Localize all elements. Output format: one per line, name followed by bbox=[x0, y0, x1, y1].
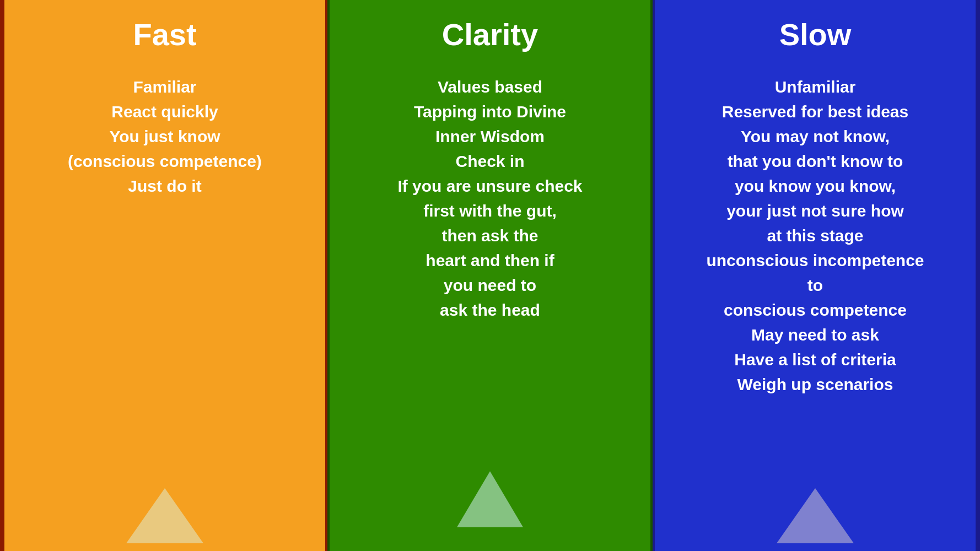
slow-line-10: conscious competence bbox=[724, 301, 907, 319]
slow-line-7: at this stage bbox=[767, 226, 863, 245]
clarity-line-3: Inner Wisdom bbox=[435, 127, 545, 145]
slow-line-4: that you don't know to bbox=[728, 152, 903, 170]
slow-line-9: to bbox=[807, 276, 823, 294]
fast-line-5: Just do it bbox=[128, 177, 201, 195]
clarity-column: Clarity Values based Tapping into Divine… bbox=[327, 0, 653, 551]
slow-line-1: Unfamiliar bbox=[775, 78, 856, 96]
clarity-line-5: If you are unsure check bbox=[397, 177, 582, 195]
svg-marker-0 bbox=[126, 488, 203, 543]
clarity-triangle-up bbox=[457, 466, 523, 534]
fast-column: Fast Familiar React quickly You just kno… bbox=[0, 0, 327, 551]
clarity-line-2: Tapping into Divine bbox=[414, 102, 566, 121]
slow-line-12: Have a list of criteria bbox=[734, 350, 896, 369]
slow-line-5: you know you know, bbox=[735, 177, 896, 195]
fast-content: Familiar React quickly You just know (co… bbox=[68, 74, 262, 198]
fast-bottom-arrow bbox=[126, 483, 203, 551]
fast-line-3: You just know bbox=[109, 127, 220, 145]
clarity-line-1: Values based bbox=[438, 78, 542, 96]
clarity-line-4: Check in bbox=[455, 152, 524, 170]
slow-bottom-arrow bbox=[777, 483, 854, 551]
clarity-line-6: first with the gut, bbox=[423, 202, 557, 220]
fast-title: Fast bbox=[133, 17, 196, 52]
main-container: Fast Familiar React quickly You just kno… bbox=[0, 0, 980, 551]
clarity-line-8: heart and then if bbox=[426, 251, 554, 269]
slow-line-11: May need to ask bbox=[751, 326, 879, 344]
clarity-line-7: then ask the bbox=[441, 226, 538, 245]
clarity-line-10: ask the head bbox=[440, 301, 540, 319]
clarity-content: Values based Tapping into Divine Inner W… bbox=[397, 74, 582, 322]
slow-column: Slow Unfamiliar Reserved for best ideas … bbox=[653, 0, 980, 551]
slow-line-2: Reserved for best ideas bbox=[722, 102, 908, 121]
svg-marker-1 bbox=[457, 471, 523, 527]
fast-line-4: (conscious competence) bbox=[68, 152, 262, 170]
clarity-title: Clarity bbox=[442, 17, 538, 52]
svg-marker-2 bbox=[777, 488, 854, 543]
slow-title: Slow bbox=[779, 17, 852, 52]
clarity-line-9: you need to bbox=[444, 276, 536, 294]
slow-line-6: your just not sure how bbox=[726, 202, 904, 220]
slow-line-13: Weigh up scenarios bbox=[737, 375, 893, 393]
slow-line-8: unconscious incompetence bbox=[706, 251, 924, 269]
slow-content: Unfamiliar Reserved for best ideas You m… bbox=[706, 74, 924, 397]
fast-line-1: Familiar bbox=[133, 78, 196, 96]
fast-line-2: React quickly bbox=[111, 102, 218, 121]
slow-line-3: You may not know, bbox=[741, 127, 890, 145]
